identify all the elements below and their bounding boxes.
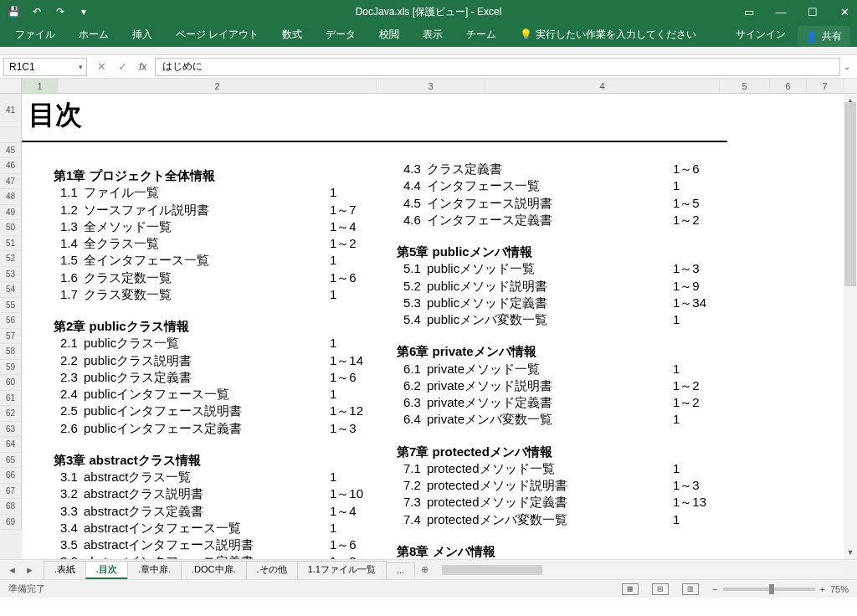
row-header[interactable]: 61 xyxy=(0,391,22,407)
toc-item: 3.5abstractインタフェース説明書1～6 xyxy=(54,536,397,553)
select-all-corner[interactable] xyxy=(0,79,22,93)
fx-icon[interactable]: fx xyxy=(139,61,146,73)
toc-item: 7.2protectedメソッド説明書1～3 xyxy=(397,477,740,494)
tab-file[interactable]: ファイル xyxy=(3,23,67,47)
tab-pagelayout[interactable]: ページ レイアウト xyxy=(164,23,270,47)
tab-first-icon[interactable]: ◄ xyxy=(5,565,19,575)
col-header[interactable]: 6 xyxy=(770,79,807,93)
toc-num: 6.4 xyxy=(397,411,427,428)
sheet-tab[interactable]: .章中扉. xyxy=(127,561,182,579)
tab-review[interactable]: 校閲 xyxy=(367,23,411,47)
toc-num: 2.3 xyxy=(54,369,84,386)
row-header[interactable]: 62 xyxy=(0,406,22,422)
row-header[interactable]: 50 xyxy=(0,220,22,236)
chevron-down-icon[interactable]: ▾ xyxy=(79,63,83,71)
toc-item: 1.2ソースファイル説明書1～7 xyxy=(54,202,397,218)
col-header[interactable]: 5 xyxy=(720,79,770,93)
zoom-slider[interactable] xyxy=(723,588,815,591)
col-header[interactable]: 2 xyxy=(59,79,377,93)
formula-input[interactable]: はじめに xyxy=(155,58,840,76)
maximize-button[interactable]: ☐ xyxy=(807,6,819,18)
row-header[interactable]: 55 xyxy=(0,298,22,314)
pagelayout-view-icon[interactable]: ▤ xyxy=(652,583,669,595)
minimize-button[interactable]: ― xyxy=(775,6,787,18)
row-header[interactable]: 51 xyxy=(0,236,22,252)
row-header[interactable]: 69 xyxy=(0,515,22,531)
row-header[interactable]: 53 xyxy=(0,267,22,283)
scroll-down-icon[interactable]: ▼ xyxy=(844,546,857,559)
sheet-tab[interactable]: 1.1ファイル一覧 xyxy=(297,561,387,579)
save-icon[interactable]: 💾 xyxy=(7,5,20,18)
signin-link[interactable]: サインイン xyxy=(724,23,798,47)
row-header[interactable]: 66 xyxy=(0,468,22,484)
horizontal-scrollbar[interactable] xyxy=(442,564,845,576)
row-header[interactable]: 48 xyxy=(0,189,22,205)
tab-last-icon[interactable]: ► xyxy=(23,565,37,575)
new-sheet-button[interactable]: ⊕ xyxy=(414,562,435,577)
zoom-level[interactable]: 75% xyxy=(830,584,849,594)
row-header[interactable]: 68 xyxy=(0,499,22,515)
row-header[interactable]: 67 xyxy=(0,484,22,500)
zoom-knob[interactable] xyxy=(769,584,774,594)
ribbon-options-icon[interactable]: ▭ xyxy=(743,6,755,18)
worksheet[interactable]: 目次 第1章 プロジェクト全体情報1.1ファイル一覧11.2ソースファイル説明書… xyxy=(22,94,857,559)
toc-pages: 1 xyxy=(330,386,397,403)
undo-icon[interactable]: ↶ xyxy=(30,5,44,18)
enter-icon[interactable]: ✓ xyxy=(118,60,127,73)
tab-insert[interactable]: 挿入 xyxy=(121,23,164,47)
zoom-in-button[interactable]: + xyxy=(820,584,825,594)
toc-pages: 1～2 xyxy=(330,235,397,252)
pagebreak-view-icon[interactable]: ▥ xyxy=(682,583,699,595)
cancel-icon[interactable]: ✕ xyxy=(97,60,106,73)
row-header[interactable]: 60 xyxy=(0,375,22,391)
row-header[interactable]: 47 xyxy=(0,174,22,190)
row-header[interactable]: 59 xyxy=(0,360,22,376)
toc-label: 全メソッド一覧 xyxy=(84,218,330,235)
sheet-tab[interactable]: .その他 xyxy=(246,561,298,579)
qat-dd-icon[interactable]: ▾ xyxy=(77,5,90,18)
col-header[interactable]: 1 xyxy=(22,79,59,93)
row-header[interactable]: 65 xyxy=(0,453,22,469)
row-header[interactable]: 58 xyxy=(0,344,22,360)
row-header[interactable]: 63 xyxy=(0,422,22,438)
sheet-tab[interactable]: .DOC中扉. xyxy=(181,561,247,579)
sheet-tab[interactable]: .目次 xyxy=(85,561,128,579)
tab-view[interactable]: 表示 xyxy=(411,23,454,47)
tab-data[interactable]: データ xyxy=(314,23,367,47)
toc-num: 4.6 xyxy=(397,212,427,228)
toc-pages: 1 xyxy=(673,460,740,477)
sheet-tab[interactable]: .表紙 xyxy=(44,561,86,579)
tab-team[interactable]: チーム xyxy=(454,23,508,47)
hscroll-thumb[interactable] xyxy=(442,565,542,575)
tabs-more[interactable]: ... xyxy=(386,562,415,577)
name-box[interactable]: R1C1 ▾ xyxy=(3,58,87,76)
formula-expand-icon[interactable]: ⌄ xyxy=(840,62,854,71)
row-header[interactable]: 46 xyxy=(0,158,22,174)
col-header[interactable]: 3 xyxy=(377,79,485,93)
tab-home[interactable]: ホーム xyxy=(67,23,121,47)
tellme[interactable]: 💡 実行したい作業を入力してください xyxy=(508,23,707,47)
row-header[interactable]: 57 xyxy=(0,329,22,345)
col-header[interactable]: 4 xyxy=(485,79,720,93)
normal-view-icon[interactable]: ▦ xyxy=(622,583,639,595)
row-header[interactable]: 49 xyxy=(0,205,22,221)
scroll-thumb[interactable] xyxy=(844,102,856,286)
toc-item: 6.4privateメンバ変数一覧1 xyxy=(397,411,740,428)
vertical-scrollbar[interactable]: ▲ ▼ xyxy=(844,94,857,559)
close-button[interactable]: ✕ xyxy=(839,6,850,18)
row-header[interactable] xyxy=(0,127,22,143)
redo-icon[interactable]: ↷ xyxy=(54,5,67,18)
tab-formulas[interactable]: 数式 xyxy=(270,23,314,47)
row-header[interactable]: 52 xyxy=(0,251,22,267)
toc-item: 1.4全クラス一覧1～2 xyxy=(54,235,397,252)
row-headers: 4145464748495051525354555657585960616263… xyxy=(0,94,22,559)
row-header[interactable]: 64 xyxy=(0,437,22,453)
row-header[interactable]: 41 xyxy=(0,94,22,127)
row-header[interactable]: 54 xyxy=(0,282,22,298)
share-button[interactable]: 👤共有 xyxy=(798,26,850,47)
row-header[interactable]: 45 xyxy=(0,143,22,159)
zoom-out-button[interactable]: − xyxy=(712,584,717,594)
row-header[interactable]: 56 xyxy=(0,313,22,329)
toc-label: publicインタフェース説明書 xyxy=(84,403,330,419)
col-header[interactable]: 7 xyxy=(807,79,844,93)
